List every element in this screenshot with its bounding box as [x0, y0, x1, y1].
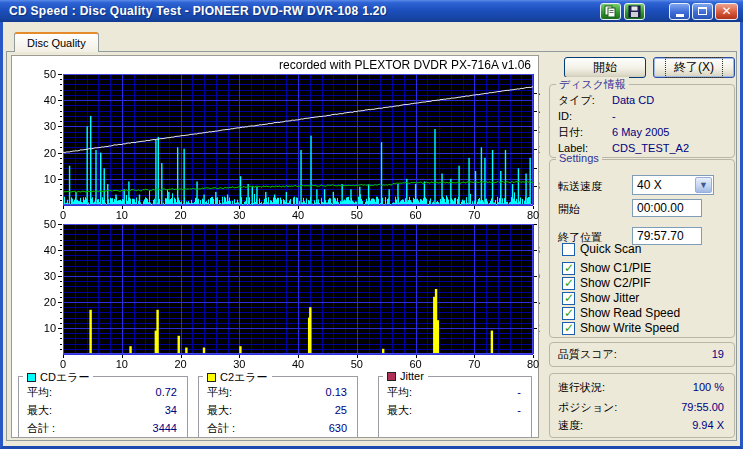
- start-button[interactable]: 開始: [564, 57, 646, 78]
- c2-error-swatch: [207, 373, 216, 382]
- checkbox-box[interactable]: [562, 277, 575, 290]
- progress-group: 進行状況:100 % ポジション:79:55.00 速度:9.94 X: [549, 373, 735, 438]
- stat-value: 3444: [153, 421, 177, 435]
- checkbox-label: Show C2/PIF: [580, 276, 651, 290]
- checkbox-box[interactable]: [562, 322, 575, 335]
- window-title: CD Speed : Disc Quality Test - PIONEER D…: [9, 4, 597, 18]
- c2-error-stats-box: C2エラー 平均:0.13 最大:25 合計 :630: [198, 376, 358, 438]
- stat-value: 25: [335, 403, 347, 417]
- jitter-title: Jitter: [400, 370, 424, 382]
- start-pos-label: 開始: [558, 203, 580, 215]
- stat-value: -: [517, 385, 521, 399]
- stat-value: 0.13: [326, 385, 347, 399]
- tab-page: recorded with PLEXTOR DVDR PX-716A v1.06…: [6, 51, 737, 441]
- tab-label: Disc Quality: [27, 37, 86, 49]
- c1-error-swatch: [27, 373, 36, 382]
- app-window: CD Speed : Disc Quality Test - PIONEER D…: [0, 0, 743, 449]
- close-icon: ✕: [721, 5, 731, 17]
- disc-date-value: 6 May 2005: [612, 126, 669, 138]
- stat-label: 平均:: [207, 385, 232, 399]
- start-button-label: 開始: [584, 57, 626, 78]
- checkbox-box[interactable]: [562, 243, 575, 256]
- disc-type-value: Data CD: [612, 94, 654, 106]
- tab-disc-quality[interactable]: Disc Quality: [14, 32, 99, 52]
- stat-label: 最大:: [387, 403, 412, 417]
- stat-value: 630: [329, 421, 347, 435]
- stat-value: 34: [165, 403, 177, 417]
- checkbox-show-c1-pie[interactable]: Show C1/PIE: [562, 261, 651, 275]
- copy-button[interactable]: [600, 3, 621, 20]
- maximize-button[interactable]: [692, 3, 713, 20]
- settings-group: Settings 転送速度 40 X ▼ 開始 00:00.00 終了位置 79…: [549, 159, 735, 338]
- stat-label: 合計 :: [207, 421, 235, 435]
- disc-id-label: ID:: [558, 109, 612, 123]
- disc-date-label: 日付:: [558, 125, 612, 139]
- speed-select[interactable]: 40 X ▼: [632, 175, 714, 195]
- stat-label: 最大:: [207, 403, 232, 417]
- disc-type-label: タイプ:: [558, 93, 612, 107]
- checkbox-show-write-speed[interactable]: Show Write Speed: [562, 321, 679, 335]
- disc-info-title: ディスク情報: [556, 77, 629, 92]
- stat-label: 平均:: [387, 385, 412, 399]
- stat-label: 合計 :: [27, 421, 55, 435]
- recorded-with-text: recorded with PLEXTOR DVDR PX-716A v1.06: [279, 58, 531, 72]
- checkbox-label: Quick Scan: [580, 242, 641, 256]
- chevron-down-icon[interactable]: ▼: [695, 177, 712, 193]
- c1-error-stats-box: CDエラー 平均:0.72 最大:34 合計 :3444: [18, 376, 188, 438]
- speed-label: 転送速度: [558, 180, 602, 192]
- disc-info-group: ディスク情報 タイプ:Data CD ID:- 日付:6 May 2005 La…: [549, 84, 735, 158]
- exit-button-label: 終了(X): [665, 57, 723, 78]
- save-button[interactable]: [624, 3, 645, 20]
- stat-label: 最大:: [27, 403, 52, 417]
- c1-error-title: CDエラー: [40, 370, 89, 385]
- position-value: 79:55.00: [681, 400, 724, 415]
- checkbox-label: Show Read Speed: [580, 306, 680, 320]
- minimize-icon: [676, 14, 684, 17]
- chart-panel: recorded with PLEXTOR DVDR PX-716A v1.06…: [11, 55, 539, 438]
- quality-score-label: 品質スコア:: [558, 347, 617, 362]
- checkbox-box[interactable]: [562, 292, 575, 305]
- c2-error-title: C2エラー: [220, 370, 268, 385]
- progress-value: 100 %: [693, 380, 724, 395]
- quality-score-group: 品質スコア:19: [549, 342, 735, 367]
- quality-charts-canvas: [12, 56, 540, 372]
- jitter-stats-box: Jitter 平均:- 最大:-: [378, 376, 532, 438]
- stat-value: -: [517, 403, 521, 417]
- disc-id-value: -: [612, 110, 616, 122]
- quality-score-value: 19: [712, 347, 724, 362]
- progress-label: 進行状況:: [558, 380, 605, 395]
- checkbox-box[interactable]: [562, 262, 575, 275]
- jitter-swatch: [387, 372, 396, 381]
- stat-label: 平均:: [27, 385, 52, 399]
- checkbox-show-c2-pif[interactable]: Show C2/PIF: [562, 276, 651, 290]
- checkbox-label: Show Write Speed: [580, 321, 679, 335]
- settings-title: Settings: [556, 152, 602, 164]
- save-icon: [628, 5, 641, 18]
- stat-value: 0.72: [156, 385, 177, 399]
- speed-readout-label: 速度:: [558, 418, 583, 433]
- end-pos-input[interactable]: 79:57.70: [632, 227, 702, 245]
- copy-icon: [604, 5, 617, 18]
- minimize-button[interactable]: [669, 3, 690, 20]
- checkbox-label: Show Jitter: [580, 291, 639, 305]
- speed-value: 40 X: [637, 178, 662, 192]
- checkbox-show-jitter[interactable]: Show Jitter: [562, 291, 639, 305]
- disc-label-value: CDS_TEST_A2: [612, 142, 689, 154]
- close-button[interactable]: ✕: [715, 3, 738, 20]
- maximize-icon: [698, 7, 707, 15]
- checkbox-show-read-speed[interactable]: Show Read Speed: [562, 306, 680, 320]
- checkbox-box[interactable]: [562, 307, 575, 320]
- checkbox-quick-scan[interactable]: Quick Scan: [562, 242, 641, 256]
- start-pos-input[interactable]: 00:00.00: [632, 199, 702, 217]
- checkbox-label: Show C1/PIE: [580, 261, 651, 275]
- exit-button[interactable]: 終了(X): [653, 57, 735, 78]
- position-label: ポジション:: [558, 400, 617, 415]
- speed-readout-value: 9.94 X: [692, 418, 724, 433]
- title-bar[interactable]: CD Speed : Disc Quality Test - PIONEER D…: [0, 0, 743, 22]
